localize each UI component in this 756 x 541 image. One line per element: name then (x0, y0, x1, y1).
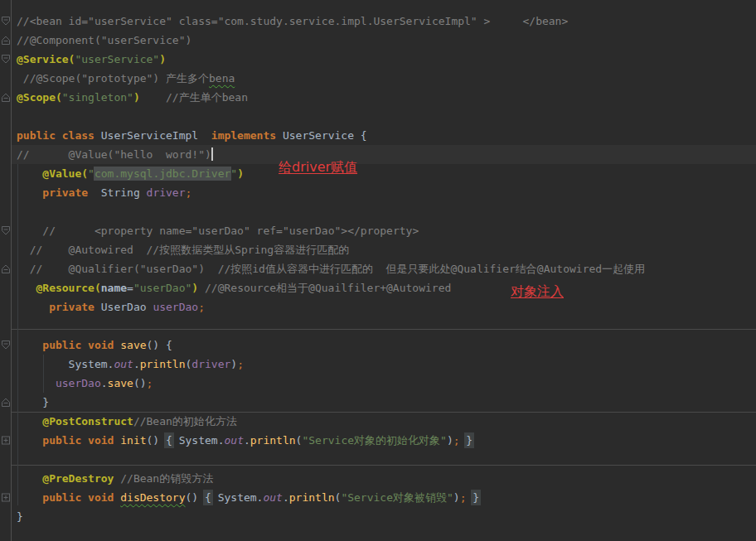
code-token: // @Qualifier("userDao") //按照id值从容器中进行匹配… (17, 263, 645, 275)
code-line[interactable]: // <property name="userDao" ref="userDao… (0, 221, 756, 240)
code-token: //@Scope("prototype") 产生多个 (17, 72, 209, 85)
code-line[interactable]: userDao.save(); (0, 374, 756, 393)
fold-up-icon[interactable] (1, 263, 11, 274)
fold-plus-icon[interactable] (1, 435, 11, 446)
code-token: //@Component("userService") (17, 34, 191, 46)
code-token: } (17, 510, 23, 523)
code-token: name (101, 282, 127, 294)
code-line[interactable] (0, 107, 756, 126)
code-line[interactable]: private String driver; (0, 183, 756, 202)
code-line[interactable]: public void init() { System.out.println(… (0, 431, 756, 450)
code-token: // @Autowired //按照数据类型从Spring容器进行匹配的 (17, 244, 349, 256)
fold-down-icon[interactable] (1, 225, 11, 236)
code-line[interactable]: //<bean id="userService" class="com.stud… (0, 12, 756, 31)
code-token: driver (147, 186, 186, 199)
code-line[interactable]: public void save() { (0, 336, 756, 355)
code-line[interactable]: @PreDestroy //Bean的销毁方法 (0, 469, 756, 488)
code-token: public void (42, 339, 114, 351)
ide-editor-window: //<bean id="userService" class="com.stud… (0, 0, 756, 541)
code-line[interactable]: // @Qualifier("userDao") //按照id值从容器中进行匹配… (0, 259, 756, 278)
code-line[interactable]: @Service("userService") (0, 50, 756, 69)
code-token: () (147, 434, 166, 447)
code-line[interactable]: @Scope("singleton") //产生单个bean (0, 88, 756, 107)
code-token: userDao (153, 301, 198, 313)
code-token: println (289, 491, 335, 504)
code-token: "singleton" (62, 91, 133, 104)
code-token (17, 472, 42, 485)
code-token: // <property name="userDao" ref="userDao… (17, 225, 419, 237)
code-token: ; (460, 491, 467, 504)
code-token: { (166, 434, 172, 447)
code-token: UserDao (94, 301, 153, 313)
code-token (140, 91, 166, 104)
method-separator (12, 329, 756, 330)
code-token (17, 167, 42, 180)
code-token: ; (198, 301, 205, 313)
text-caret (211, 147, 213, 161)
code-token: () { (147, 339, 172, 351)
code-token: private (49, 301, 94, 313)
code-token: } (466, 434, 472, 447)
code-line[interactable] (0, 450, 756, 469)
code-editor[interactable]: //<bean id="userService" class="com.stud… (0, 12, 756, 541)
fold-down-icon[interactable] (1, 16, 11, 27)
code-token: . (133, 358, 140, 370)
code-token: ) (191, 282, 198, 294)
fold-up-icon[interactable] (1, 35, 11, 46)
fold-plus-icon[interactable] (1, 492, 11, 503)
code-token: save (108, 377, 133, 389)
code-line[interactable]: @Resource(name="userDao") //@Resource相当于… (0, 278, 756, 297)
code-token: @Value( (42, 167, 88, 180)
code-token: com.mysql.jdbc.Driver (94, 167, 230, 180)
code-line[interactable]: private UserDao userDao; (0, 297, 756, 316)
code-line[interactable]: public class UserServiceImpl implements … (0, 126, 756, 145)
code-token: "userDao" (133, 282, 191, 294)
code-line[interactable] (0, 202, 756, 221)
code-line[interactable]: //@Component("userService") (0, 31, 756, 50)
code-token: println (140, 358, 186, 370)
fold-up-icon[interactable] (1, 92, 11, 103)
fold-down-icon[interactable] (1, 340, 11, 350)
code-line[interactable] (0, 316, 756, 336)
code-token: . (244, 434, 250, 447)
code-token: UserServiceImpl (94, 129, 211, 142)
code-token (198, 282, 205, 294)
code-token: //产生单个bean (166, 91, 248, 104)
code-line[interactable]: // @Autowired //按照数据类型从Spring容器进行匹配的 (0, 240, 756, 259)
method-separator (12, 465, 756, 466)
code-token: @Service( (17, 53, 75, 65)
code-line[interactable]: //@Scope("prototype") 产生多个bena (0, 69, 756, 88)
code-line[interactable]: @Value("com.mysql.jdbc.Driver") (0, 164, 756, 183)
code-line[interactable]: // @Value("hello word!") (12, 145, 756, 164)
code-token: //<bean id="userService" class="com.stud… (17, 15, 568, 27)
code-token: () (133, 377, 147, 389)
code-token (17, 186, 42, 199)
code-line[interactable]: System.out.println(driver); (0, 355, 756, 374)
code-token: out (224, 434, 243, 447)
code-token: ) (447, 434, 453, 447)
fold-up-icon[interactable] (1, 397, 11, 408)
code-token (17, 415, 42, 427)
code-token: . (101, 377, 108, 389)
code-token: private (42, 186, 88, 199)
indent-guide (17, 164, 18, 505)
code-token: ; (453, 434, 460, 447)
code-token (17, 339, 42, 351)
code-token: () (186, 491, 205, 504)
code-token: disDestory (120, 491, 185, 504)
code-line[interactable]: } (0, 507, 756, 526)
code-token: ) (237, 167, 244, 180)
code-token: ; (186, 186, 192, 199)
code-token: @PreDestroy (42, 472, 114, 485)
code-token: ; (237, 358, 244, 370)
code-token: // @Value("hello word!") (17, 148, 211, 161)
code-line[interactable]: } (0, 393, 756, 412)
code-token: ) (230, 358, 237, 370)
code-token (17, 301, 49, 313)
code-token (17, 434, 42, 447)
code-line[interactable]: @PostConstruct//Bean的初始化方法 (0, 412, 756, 431)
code-line[interactable]: public void disDestory() { System.out.pr… (0, 488, 756, 507)
fold-down-icon[interactable] (1, 54, 11, 65)
code-line[interactable] (0, 526, 756, 541)
code-token (17, 377, 56, 389)
